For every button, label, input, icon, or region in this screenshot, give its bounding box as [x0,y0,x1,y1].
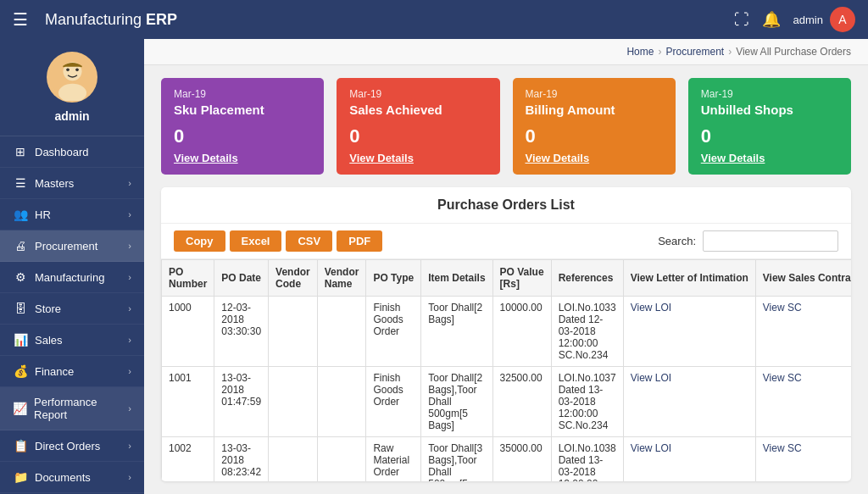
header-right: ⛶ 🔔 admin A [734,7,855,32]
toolbar-buttons: Copy Excel CSV PDF [174,230,382,252]
sidebar-username: admin [54,109,89,123]
vendor-name [317,367,366,437]
po-date: 13-03-2018 01:47:59 [214,367,269,437]
dashboard-icon: ⊞ [13,145,28,158]
sidebar-item-label: Dashboard [35,146,89,158]
vendor-name [317,437,366,482]
table-container: PONumber PO Date VendorCode VendorName P… [161,259,851,481]
breadcrumb-sep1: › [658,46,661,58]
search-area: Search: [658,230,838,252]
card-link[interactable]: View Details [349,152,487,164]
stat-card-unbilled: Mar-19 Unbilled Shops 0 View Details [688,78,851,175]
view-sc-link[interactable]: View SC [763,302,802,314]
breadcrumb-sep2: › [728,46,732,58]
sidebar-nav: ⊞ Dashboard ☰ Masters › 👥 HR › [0,136,144,494]
bell-icon[interactable]: 🔔 [762,10,781,29]
chevron-right-icon: › [128,241,131,251]
hamburger-icon[interactable]: ☰ [13,9,28,30]
po-type: Finish Goods Order [366,367,421,437]
references: LOI.No.1037 Dated 13-03-2018 12:00:00 SC… [551,367,623,437]
vendor-code [269,437,318,482]
po-date: 12-03-2018 03:30:30 [214,297,269,367]
vendor-code [269,297,318,367]
chevron-right-icon: › [128,366,131,376]
sidebar-item-label: Masters [35,177,74,190]
top-header: ☰ Manufacturing ERP ⛶ 🔔 admin A [0,0,868,39]
card-value: 0 [349,125,487,147]
card-title: Sales Achieved [349,103,487,117]
sidebar-item-masters[interactable]: ☰ Masters › [0,168,144,199]
sidebar-item-manufacturing[interactable]: ⚙ Manufacturing › [0,262,144,293]
sidebar-item-finance[interactable]: 💰 Finance › [0,356,144,387]
copy-button[interactable]: Copy [174,230,225,252]
sidebar-item-procurement[interactable]: 🖨 Procurement › [0,230,144,262]
chevron-right-icon: › [128,178,131,188]
breadcrumb-home[interactable]: Home [626,46,654,58]
po-number: 1002 [162,437,214,482]
col-vendor-name: VendorName [317,260,366,297]
sidebar-item-label: Procurement [35,240,97,253]
excel-button[interactable]: Excel [230,230,282,252]
table-title: Purchase Orders List [161,187,851,224]
po-date: 13-03-2018 08:23:42 [214,437,269,482]
store-icon: 🗄 [13,302,28,315]
col-po-value: PO Value[Rs] [492,260,551,297]
col-view-sc: View Sales Contract [755,260,851,297]
view-sc-link[interactable]: View SC [763,442,802,454]
chevron-right-icon: › [128,403,131,414]
sidebar-item-performance-report[interactable]: 📈 Performance Report › [0,387,144,430]
card-link[interactable]: View Details [174,152,311,164]
view-loi-link[interactable]: View LOI [631,372,671,384]
avatar [47,52,97,103]
pdf-button[interactable]: PDF [337,230,382,252]
svg-point-4 [75,68,79,71]
search-label: Search: [658,235,696,247]
documents-icon: 📁 [13,470,28,484]
sidebar-item-documents[interactable]: 📁 Documents › [0,462,144,493]
sidebar-item-direct-orders[interactable]: 📋 Direct Orders › [0,430,144,462]
admin-info[interactable]: admin A [793,7,855,32]
search-input[interactable] [703,230,838,252]
sidebar-item-label: Performance Report [34,396,128,421]
view-loi-link[interactable]: View LOI [631,442,671,454]
stat-card-billing: Mar-19 Billing Amount 0 View Details [513,78,676,175]
sidebar-item-store[interactable]: 🗄 Store › [0,293,144,325]
card-title: Sku Placement [174,103,311,117]
col-view-loi: View Letter of Intimation [623,260,755,297]
sidebar-item-label: Manufacturing [35,271,104,284]
card-link[interactable]: View Details [701,152,838,164]
stats-row: Mar-19 Sku Placement 0 View Details Mar-… [144,65,868,187]
sidebar-item-label: Documents [35,471,91,484]
card-date: Mar-19 [349,88,487,100]
sidebar-item-hr[interactable]: 👥 HR › [0,199,144,230]
card-date: Mar-19 [526,88,663,100]
direct-orders-icon: 📋 [13,439,28,452]
item-details: Toor Dhall[2 Bags] [421,297,492,367]
table-row: 1002 13-03-2018 08:23:42 Raw Material Or… [162,437,852,482]
admin-label: admin [793,14,823,26]
view-loi-link[interactable]: View LOI [631,302,671,314]
view-sc-link[interactable]: View SC [763,372,802,384]
sidebar-item-dashboard[interactable]: ⊞ Dashboard [0,136,144,168]
po-number: 1000 [162,297,214,367]
po-type: Finish Goods Order [366,297,421,367]
sidebar-item-label: Store [35,303,61,315]
procurement-icon: 🖨 [13,239,28,253]
fullscreen-icon[interactable]: ⛶ [734,11,749,29]
sidebar-item-label: Sales [35,334,63,347]
breadcrumb-procurement[interactable]: Procurement [665,46,724,58]
vendor-name [317,297,366,367]
csv-button[interactable]: CSV [286,230,332,252]
table-row: 1000 12-03-2018 03:30:30 Finish Goods Or… [162,297,852,367]
avatar: A [830,7,855,32]
sidebar-item-sales[interactable]: 📊 Sales › [0,325,144,356]
po-value: 10000.00 [492,297,551,367]
col-po-number: PONumber [162,260,214,297]
card-value: 0 [701,125,838,147]
chevron-right-icon: › [128,335,131,345]
sidebar-item-label: HR [35,208,51,221]
card-link[interactable]: View Details [526,152,663,164]
app-brand: Manufacturing ERP [45,11,177,29]
chevron-right-icon: › [128,209,131,219]
col-references: References [551,260,623,297]
